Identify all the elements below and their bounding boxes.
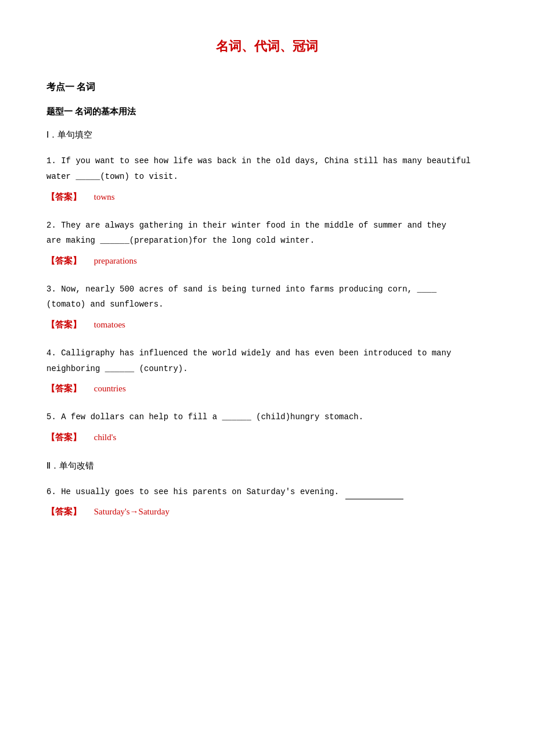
q2-text1: They are always gathering in their winte… xyxy=(61,221,446,230)
question-2-text: 2. They are always gathering in their wi… xyxy=(46,218,488,249)
q2-number: 2. xyxy=(46,221,56,230)
q5-text1: A few dollars can help to fill a ______ … xyxy=(61,412,363,422)
q1-number: 1. xyxy=(46,156,56,165)
answer-5-label: 【答案】 xyxy=(46,433,81,442)
q3-text2: (tomato) and sunflowers. xyxy=(46,300,164,309)
question-6-text: 6. He usually goes to see his parents on… xyxy=(46,484,488,500)
type1-heading: 题型一 名词的基本用法 xyxy=(46,103,488,119)
answer-4-label: 【答案】 xyxy=(46,384,81,393)
question-6: 6. He usually goes to see his parents on… xyxy=(46,484,488,520)
answer-5: 【答案】 child's xyxy=(46,430,488,445)
question-3: 3. Now, nearly 500 acres of sand is bein… xyxy=(46,282,488,333)
answer-4-value: countries xyxy=(94,384,126,393)
answer-6-label: 【答案】 xyxy=(46,507,81,516)
q6-answer-line xyxy=(345,499,403,499)
question-4-text: 4. Calligraphy has influenced the world … xyxy=(46,345,488,376)
q1-text2: water _____(town) to visit. xyxy=(46,172,178,181)
question-5-text: 5. A few dollars can help to fill a ____… xyxy=(46,409,488,425)
answer-6: 【答案】 Saturday's→Saturday xyxy=(46,504,488,520)
answer-2: 【答案】 preparations xyxy=(46,253,488,269)
q1-text1: If you want to see how life was back in … xyxy=(61,156,471,165)
q6-text: He usually goes to see his parents on Sa… xyxy=(61,487,339,496)
page-title: 名词、代词、冠词 xyxy=(46,35,488,58)
question-1-text: 1. If you want to see how life was back … xyxy=(46,153,488,184)
question-5: 5. A few dollars can help to fill a ____… xyxy=(46,409,488,445)
answer-1-value: towns xyxy=(94,192,115,201)
q5-number: 5. xyxy=(46,412,56,422)
part1-label: Ⅰ．单句填空 xyxy=(46,127,488,143)
q4-text2: neighboring ______ (country). xyxy=(46,364,188,373)
answer-3: 【答案】 tomatoes xyxy=(46,317,488,333)
question-4: 4. Calligraphy has influenced the world … xyxy=(46,345,488,397)
question-1: 1. If you want to see how life was back … xyxy=(46,153,488,204)
q2-text2: are making ______(preparation)for the lo… xyxy=(46,236,315,245)
answer-2-value: preparations xyxy=(94,256,137,265)
question-3-text: 3. Now, nearly 500 acres of sand is bein… xyxy=(46,282,488,312)
question-2: 2. They are always gathering in their wi… xyxy=(46,218,488,269)
answer-5-value: child's xyxy=(94,433,117,442)
part2-label: Ⅱ．单句改错 xyxy=(46,458,488,474)
q3-number: 3. xyxy=(46,285,56,294)
q3-text1: Now, nearly 500 acres of sand is being t… xyxy=(61,285,436,294)
q4-number: 4. xyxy=(46,348,56,358)
answer-4: 【答案】 countries xyxy=(46,381,488,397)
section1-heading: 考点一 名词 xyxy=(46,79,488,96)
q6-number: 6. xyxy=(46,487,56,496)
answer-1-label: 【答案】 xyxy=(46,192,81,201)
answer-2-label: 【答案】 xyxy=(46,256,81,265)
answer-6-value: Saturday's→Saturday xyxy=(94,507,169,516)
q4-text1: Calligraphy has influenced the world wid… xyxy=(61,348,451,358)
answer-3-value: tomatoes xyxy=(94,320,125,329)
answer-1: 【答案】 towns xyxy=(46,189,488,205)
answer-3-label: 【答案】 xyxy=(46,320,81,329)
